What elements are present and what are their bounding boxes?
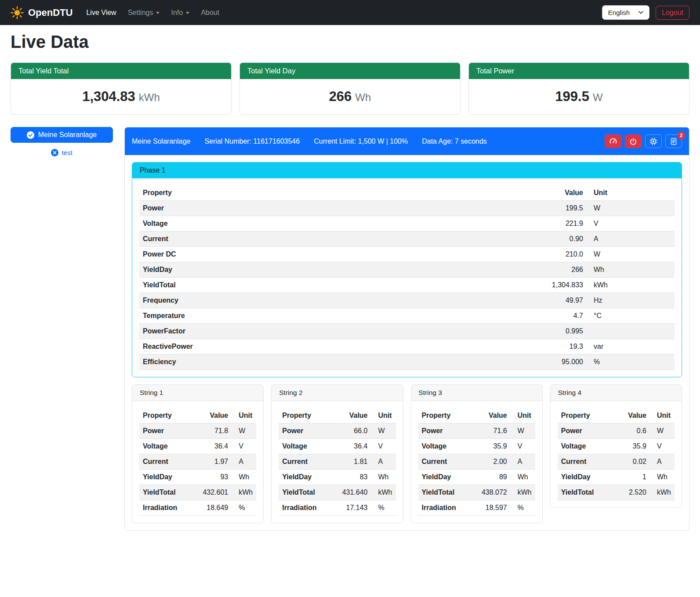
unit-cell: W <box>371 423 396 439</box>
unit-cell: kWh <box>511 485 535 500</box>
unit-header: Unit <box>650 408 675 423</box>
value-cell: 2.00 <box>474 454 511 470</box>
string-table-body: Power71.8WVoltage36.4VCurrent1.97AYieldD… <box>139 423 256 516</box>
language-select[interactable]: English <box>602 5 649 20</box>
table-row: Power71.8W <box>139 423 256 439</box>
string-table-head: Property Value Unit <box>418 408 535 423</box>
content-row: Meine Solaranlage test Meine Solaranlage… <box>11 127 689 543</box>
table-row: Voltage35.9V <box>558 439 675 454</box>
unit-cell: °C <box>587 308 675 324</box>
string-body: Property Value Unit Power0.6WVoltage35.9… <box>551 401 682 507</box>
property-cell: Efficiency <box>139 355 523 370</box>
summary-card-title: Total Power <box>469 63 689 79</box>
unit-cell: var <box>587 339 675 355</box>
device-info-button[interactable] <box>645 134 662 148</box>
x-circle-icon <box>51 149 58 156</box>
property-cell: YieldTotal <box>558 485 613 500</box>
phase-table: Property Value Unit Power199.5WVoltage22… <box>139 185 675 370</box>
table-row: Current2.00A <box>418 454 535 470</box>
value-cell: 0.02 <box>613 454 650 470</box>
table-row: Voltage35.9V <box>418 439 535 454</box>
value-header: Value <box>474 408 511 423</box>
unit-cell: W <box>232 423 256 439</box>
property-cell: YieldTotal <box>418 485 474 500</box>
chevron-down-icon <box>638 11 643 14</box>
power-button[interactable] <box>625 134 642 148</box>
property-cell: YieldTotal <box>279 485 334 500</box>
inverter-actions: 2 <box>605 134 682 148</box>
value-cell: 1 <box>613 470 650 485</box>
value-cell: 0.6 <box>613 423 650 439</box>
unit-cell: Wh <box>587 262 675 278</box>
table-row: Current1.81A <box>279 454 395 470</box>
string-title: String 2 <box>272 385 403 401</box>
unit-cell: A <box>232 454 256 470</box>
value-cell: 438.072 <box>474 485 511 500</box>
string-table-body: Power71.6WVoltage35.9VCurrent2.00AYieldD… <box>418 423 535 516</box>
table-row: Power DC210.0W <box>139 247 675 262</box>
summary-card-yield-day: Total Yield Day 266Wh <box>239 62 461 115</box>
unit-cell: kWh <box>587 278 675 293</box>
nav-link-live-view[interactable]: Live View <box>80 5 122 20</box>
property-cell: PowerFactor <box>139 324 523 339</box>
unit-cell: % <box>371 500 396 516</box>
string-table-head: Property Value Unit <box>139 408 256 423</box>
unit-cell: Wh <box>650 470 675 485</box>
value-cell: 432.601 <box>195 485 232 500</box>
string-table-body: Power0.6WVoltage35.9VCurrent0.02AYieldDa… <box>558 423 675 500</box>
sidebar-item-test[interactable]: test <box>11 149 113 156</box>
table-row: YieldDay93Wh <box>139 470 256 485</box>
unit-cell <box>587 324 675 339</box>
value-cell: 17.143 <box>334 500 371 516</box>
table-row: Irradiation18.649% <box>139 500 256 516</box>
property-cell: Power <box>418 423 474 439</box>
unit-header: Unit <box>232 408 256 423</box>
limit-settings-button[interactable] <box>605 134 621 148</box>
summary-unit: Wh <box>355 91 371 103</box>
phase-card: Phase 1 Property Value Unit Power199.5WV… <box>132 162 682 377</box>
property-cell: Irradiation <box>418 500 474 516</box>
value-cell: 35.9 <box>613 439 650 454</box>
inverter-panel-body: Phase 1 Property Value Unit Power199.5WV… <box>125 155 689 530</box>
unit-cell: W <box>511 423 535 439</box>
table-row: YieldDay83Wh <box>279 470 395 485</box>
string-table: Property Value Unit Power66.0WVoltage36.… <box>279 408 395 516</box>
brand[interactable]: OpenDTU <box>11 6 73 19</box>
event-log-button[interactable]: 2 <box>665 134 682 148</box>
sidebar-inverter-label: Meine Solaranlage <box>38 131 97 139</box>
value-cell: 221.9 <box>523 216 587 232</box>
table-row: Current1.97A <box>139 454 256 470</box>
nav-link-info[interactable]: Info <box>165 5 195 20</box>
summary-unit: kWh <box>139 91 160 103</box>
cpu-chip-icon <box>649 137 657 145</box>
table-row: YieldDay89Wh <box>418 470 535 485</box>
value-header: Value <box>334 408 371 423</box>
unit-cell: Wh <box>232 470 256 485</box>
unit-header: Unit <box>587 185 675 201</box>
unit-header: Unit <box>511 408 535 423</box>
power-icon <box>629 137 637 145</box>
value-cell: 431.640 <box>334 485 371 500</box>
property-cell: YieldTotal <box>139 485 195 500</box>
property-header: Property <box>418 408 474 423</box>
value-cell: 36.4 <box>195 439 232 454</box>
value-cell: 18.597 <box>474 500 511 516</box>
table-row: Voltage221.9V <box>139 216 675 232</box>
value-header: Value <box>195 408 232 423</box>
property-cell: YieldDay <box>139 262 523 278</box>
value-cell: 95.000 <box>523 355 587 370</box>
phase-title: Phase 1 <box>132 163 682 178</box>
table-row: Frequency49.97Hz <box>139 293 675 308</box>
summary-card-body: 199.5W <box>469 79 689 114</box>
value-cell: 35.9 <box>474 439 511 454</box>
nav-link-about[interactable]: About <box>195 5 225 20</box>
nav-link-settings[interactable]: Settings <box>122 5 166 20</box>
value-cell: 1.97 <box>195 454 232 470</box>
value-cell: 71.6 <box>474 423 511 439</box>
logout-button[interactable]: Logout <box>656 6 689 20</box>
phase-table-head: Property Value Unit <box>139 185 675 201</box>
sidebar-item-inverter[interactable]: Meine Solaranlage <box>11 127 113 143</box>
value-cell: 2.520 <box>613 485 650 500</box>
brand-label: OpenDTU <box>28 7 73 18</box>
table-row: Power0.6W <box>558 423 675 439</box>
